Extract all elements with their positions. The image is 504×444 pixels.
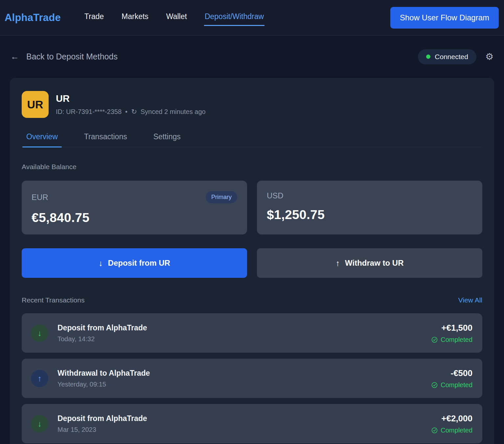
account-header-text: UR ID: UR-7391-****-2358 • ↻ Synced 2 mi… — [56, 93, 206, 116]
transaction-time: Yesterday, 09:15 — [57, 381, 150, 388]
connection-status-label: Connected — [435, 53, 468, 61]
back-to-deposit-methods-link[interactable]: ← Back to Deposit Methods — [11, 52, 118, 62]
transaction-text: Deposit from AlphaTrade Today, 14:32 — [57, 323, 147, 343]
transaction-amount: -€500 — [431, 368, 472, 378]
transaction-status: Completed — [431, 336, 472, 344]
transaction-title: Deposit from AlphaTrade — [57, 323, 147, 332]
account-tabs: Overview Transactions Settings — [22, 132, 482, 147]
app-logo: AlphaTrade — [5, 12, 61, 24]
connection-status-badge: Connected — [418, 49, 476, 64]
transaction-right: -€500 Completed — [431, 368, 472, 389]
nav-item-markets[interactable]: Markets — [121, 10, 149, 26]
balance-cards: EUR Primary €5,840.75 USD $1,250.75 — [22, 181, 482, 234]
check-circle-icon — [431, 337, 438, 343]
check-circle-icon — [431, 382, 438, 388]
currency-label-eur: EUR — [32, 193, 48, 202]
available-balance-label: Available Balance — [22, 163, 482, 171]
tab-settings[interactable]: Settings — [149, 132, 185, 147]
account-card: UR UR ID: UR-7391-****-2358 • ↻ Synced 2… — [10, 78, 494, 444]
transaction-row[interactable]: ↓ Deposit from AlphaTrade Today, 14:32 +… — [22, 313, 482, 353]
arrow-down-icon: ↓ — [99, 258, 103, 268]
back-arrow-icon: ← — [11, 52, 19, 62]
balance-card-eur-top: EUR Primary — [32, 191, 237, 203]
show-user-flow-button[interactable]: Show User Flow Diagram — [390, 7, 499, 29]
transaction-text: Deposit from AlphaTrade Mar 15, 2023 — [57, 414, 147, 433]
transactions-header: Recent Transactions View All — [22, 296, 482, 304]
withdraw-button[interactable]: ↑ Withdraw to UR — [257, 248, 482, 278]
transaction-text: Withdrawal to AlphaTrade Yesterday, 09:1… — [57, 369, 150, 388]
synced-text: Synced 2 minutes ago — [141, 108, 206, 116]
currency-label-usd: USD — [267, 191, 284, 200]
recent-transactions-label: Recent Transactions — [22, 296, 84, 304]
nav-item-wallet[interactable]: Wallet — [166, 10, 188, 26]
transaction-status: Completed — [431, 381, 472, 389]
toolbar: ← Back to Deposit Methods Connected ⚙ — [0, 35, 504, 78]
tab-overview[interactable]: Overview — [22, 132, 62, 147]
transaction-title: Withdrawal to AlphaTrade — [57, 369, 150, 378]
check-circle-icon — [431, 427, 438, 433]
transaction-row[interactable]: ↑ Withdrawal to AlphaTrade Yesterday, 09… — [22, 359, 482, 398]
transaction-status-label: Completed — [441, 336, 472, 344]
nav-item-trade[interactable]: Trade — [84, 10, 104, 26]
top-navbar: AlphaTrade Trade Markets Wallet Deposit/… — [0, 0, 504, 35]
view-all-link[interactable]: View All — [458, 296, 482, 304]
deposit-button-label: Deposit from UR — [108, 258, 170, 268]
dot-separator: • — [125, 108, 127, 116]
account-name: UR — [56, 93, 206, 104]
balance-amount-eur: €5,840.75 — [32, 211, 237, 225]
deposit-button[interactable]: ↓ Deposit from UR — [22, 248, 247, 278]
transaction-title: Deposit from AlphaTrade — [57, 414, 147, 423]
transaction-time: Mar 15, 2023 — [57, 426, 147, 433]
balance-amount-usd: $1,250.75 — [267, 208, 472, 222]
transaction-status: Completed — [431, 427, 472, 434]
transaction-left: ↓ Deposit from AlphaTrade Mar 15, 2023 — [31, 414, 147, 433]
balance-card-eur: EUR Primary €5,840.75 — [22, 181, 247, 234]
transaction-status-label: Completed — [441, 381, 472, 389]
balance-card-usd: USD $1,250.75 — [257, 181, 482, 234]
nav-item-deposit-withdraw[interactable]: Deposit/Withdraw — [204, 10, 264, 26]
deposit-arrow-icon: ↓ — [31, 324, 48, 342]
transaction-right: +€2,000 Completed — [431, 413, 472, 434]
transaction-amount: +€1,500 — [431, 323, 472, 333]
arrow-up-icon: ↑ — [336, 258, 340, 268]
account-header: UR UR ID: UR-7391-****-2358 • ↻ Synced 2… — [22, 91, 482, 118]
transaction-time: Today, 14:32 — [57, 335, 147, 343]
balance-card-usd-top: USD — [267, 191, 472, 200]
avatar: UR — [22, 91, 49, 118]
withdraw-button-label: Withdraw to UR — [345, 258, 403, 268]
account-id: ID: UR-7391-****-2358 — [56, 108, 122, 116]
deposit-arrow-icon: ↓ — [31, 415, 48, 433]
transaction-row[interactable]: ↓ Deposit from AlphaTrade Mar 15, 2023 +… — [22, 404, 482, 443]
action-buttons: ↓ Deposit from UR ↑ Withdraw to UR — [22, 248, 482, 278]
account-subtitle: ID: UR-7391-****-2358 • ↻ Synced 2 minut… — [56, 108, 206, 116]
status-dot-icon — [426, 55, 430, 59]
gear-icon[interactable]: ⚙ — [485, 52, 493, 61]
transaction-amount: +€2,000 — [431, 413, 472, 424]
transaction-left: ↑ Withdrawal to AlphaTrade Yesterday, 09… — [31, 369, 150, 388]
back-link-label: Back to Deposit Methods — [26, 52, 118, 61]
transaction-left: ↓ Deposit from AlphaTrade Today, 14:32 — [31, 323, 147, 343]
withdrawal-arrow-icon: ↑ — [31, 370, 48, 387]
main-nav: Trade Markets Wallet Deposit/Withdraw — [84, 10, 264, 26]
sync-icon: ↻ — [131, 108, 137, 116]
transactions-list: ↓ Deposit from AlphaTrade Today, 14:32 +… — [22, 313, 482, 443]
transaction-status-label: Completed — [441, 427, 472, 434]
tab-transactions[interactable]: Transactions — [80, 132, 131, 147]
transaction-right: +€1,500 Completed — [431, 323, 472, 344]
primary-badge: Primary — [206, 191, 237, 203]
